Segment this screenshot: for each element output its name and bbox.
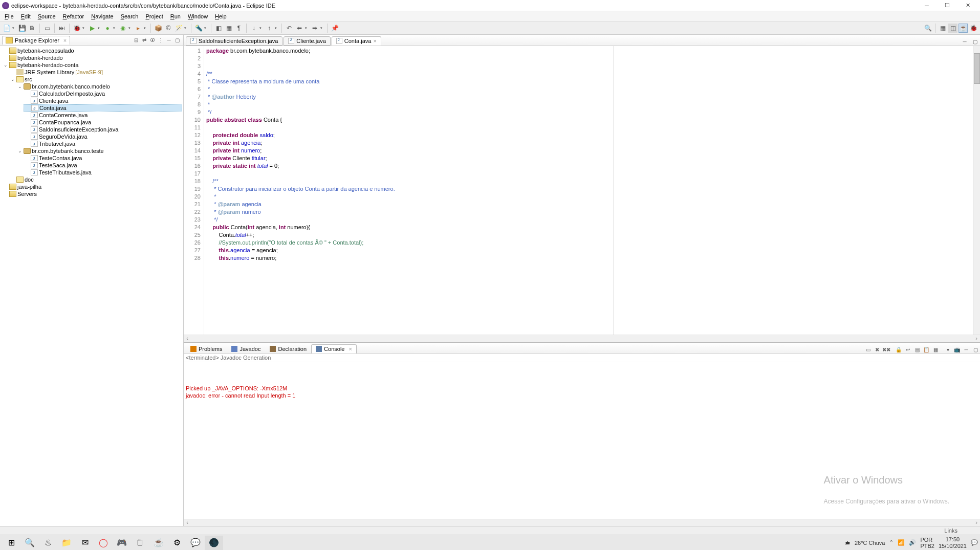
menu-file[interactable]: File [1, 12, 17, 20]
lib-jre-system-library[interactable]: JRE System Library [JavaSE-9] [9, 69, 182, 76]
tray-chevron-icon[interactable]: ⌃ [889, 539, 894, 546]
proj-bytebank-herdado[interactable]: bytebank-herdado [2, 54, 182, 61]
console-display-button[interactable]: ▦ [931, 345, 940, 354]
code-line[interactable]: * @param numero [206, 208, 978, 216]
code-line[interactable] [206, 62, 978, 70]
editor-minimize-button[interactable]: ─ [961, 37, 969, 46]
folder-doc[interactable]: doc [9, 176, 182, 183]
prev-ann-button[interactable]: ↑ [265, 24, 274, 33]
menu-project[interactable]: Project [142, 12, 167, 20]
whatsapp-icon[interactable]: 💬 [186, 536, 205, 550]
menu-source[interactable]: Source [34, 12, 59, 20]
minimize-view-button[interactable]: ─ [165, 36, 173, 45]
file-calculadordeimposto-java[interactable]: CalculadorDeImposto.java [24, 90, 182, 97]
code-line[interactable]: /** [206, 178, 978, 185]
code-line[interactable]: * Construtor para inicializar o objeto C… [206, 185, 978, 193]
proj-java-pilha[interactable]: java-pilha [2, 183, 182, 190]
code-line[interactable] [206, 124, 978, 131]
last-edit-button[interactable]: ↶ [285, 24, 294, 33]
code-line[interactable]: */ [206, 216, 978, 224]
mail-icon[interactable]: ✉ [76, 536, 94, 550]
menu-navigate[interactable]: Navigate [88, 12, 117, 20]
maximize-button[interactable]: ☐ [937, 0, 957, 11]
next-ann-button[interactable]: ↓ [249, 24, 258, 33]
code-line[interactable]: private int numero; [206, 147, 978, 155]
quick-access-button[interactable]: 🔍 [923, 24, 932, 33]
sound-icon[interactable]: 🔊 [909, 539, 916, 546]
wand-button[interactable]: 🪄 [174, 24, 183, 33]
code-line[interactable]: Conta.total++; [206, 231, 978, 239]
search-icon[interactable]: 🔍 [20, 536, 39, 550]
editor-tab-cliente-java[interactable]: Cliente.java [284, 36, 330, 46]
collapse-all-button[interactable]: ⊟ [132, 36, 140, 45]
eclipse-taskbar-icon[interactable]: 🌑 [205, 536, 223, 550]
code-line[interactable]: * Classe representa a moldura de uma con… [206, 78, 978, 85]
code-view[interactable]: 1234567891011121314151617181920212223242… [184, 46, 980, 335]
file-segurodevida-java[interactable]: SeguroDeVida.java [24, 133, 182, 140]
file-cliente-java[interactable]: Cliente.java [24, 97, 182, 104]
toggle-button[interactable]: ▭ [42, 24, 52, 33]
bottom-tab-console[interactable]: Console× [311, 344, 357, 354]
file-testesaca-java[interactable]: TesteSaca.java [24, 162, 182, 169]
menu-run[interactable]: Run [167, 12, 184, 20]
code-line[interactable]: /** [206, 70, 978, 78]
start-button[interactable]: ⊞ [2, 536, 20, 550]
console-pin-button[interactable]: ▭ [864, 345, 872, 354]
file-tributavel-java[interactable]: Tributavel.java [24, 140, 182, 147]
console-body[interactable]: Picked up _JAVA_OPTIONS: -Xmx512Mjavadoc… [184, 362, 980, 519]
folder-src[interactable]: ⌄src [9, 76, 182, 83]
discord-icon[interactable]: 🎮 [113, 536, 131, 550]
code-line[interactable]: private Cliente titular; [206, 155, 978, 162]
coverage-button[interactable]: ◉ [118, 24, 127, 33]
file-contacorrente-java[interactable]: ContaCorrente.java [24, 112, 182, 119]
focus-button[interactable]: ⦿ [148, 36, 157, 45]
system-tray[interactable]: 🌧 26°C Chuva ⌃ 📶 🔊 POR PTB2 17:50 15/10/… [845, 536, 978, 549]
minimize-button[interactable]: ─ [917, 0, 937, 11]
twisty-icon[interactable]: ⌄ [17, 147, 23, 155]
new-class-button[interactable]: © [164, 24, 173, 33]
perspective-java[interactable]: ☕ [959, 24, 968, 33]
code-area[interactable]: package br.com.bytebank.banco.modelo; /*… [204, 46, 980, 335]
settings-icon[interactable]: ⚙ [168, 536, 186, 550]
editor-maximize-button[interactable]: ▢ [971, 37, 979, 46]
console-open-button[interactable]: 📋 [922, 345, 930, 354]
console-min-button[interactable]: ─ [962, 345, 970, 354]
console-select-button[interactable]: 📺 [953, 345, 961, 354]
debug-button[interactable]: 🐞 [72, 24, 81, 33]
show-ws-button[interactable]: ¶ [234, 24, 244, 33]
console-max-button[interactable]: ▢ [971, 345, 979, 354]
code-line[interactable]: private int agencia; [206, 139, 978, 147]
editor-tab-conta-java[interactable]: Conta.java× [332, 36, 381, 46]
close-icon[interactable]: × [373, 38, 376, 44]
view-menu-button[interactable]: ⋮ [157, 36, 165, 45]
file-contapoupanca-java[interactable]: ContaPoupanca.java [24, 119, 182, 126]
twisty-icon[interactable]: ⌄ [3, 61, 8, 69]
code-line[interactable]: //System.out.println("O total de contas … [206, 239, 978, 247]
proj-bytebank-herdado-conta[interactable]: ⌄bytebank-herdado-conta [2, 61, 182, 69]
editor-vscroll[interactable] [973, 46, 980, 335]
code-line[interactable]: * [206, 101, 978, 108]
forward-button[interactable]: ➡ [310, 24, 319, 33]
new-pkg-button[interactable]: 📦 [154, 24, 163, 33]
search-button[interactable]: 🔦 [194, 24, 203, 33]
run-button[interactable]: ● [103, 24, 112, 33]
editor-hscroll[interactable]: ‹› [184, 335, 980, 342]
console-hscroll[interactable]: ‹› [184, 519, 980, 526]
close-button[interactable]: ✕ [957, 0, 978, 11]
console-scroll-lock-button[interactable]: 🔒 [895, 345, 903, 354]
code-line[interactable]: public Conta(int agencia, int numero){ [206, 224, 978, 231]
notes-icon[interactable]: 🗒 [131, 536, 149, 550]
code-line[interactable]: this.numero = numero; [206, 254, 978, 262]
code-line[interactable]: protected double saldo; [206, 131, 978, 139]
package-tree[interactable]: bytebank-encapsuladobytebank-herdado⌄byt… [0, 46, 183, 526]
code-line[interactable] [206, 55, 978, 62]
status-links[interactable]: Links [944, 527, 957, 534]
wifi-icon[interactable]: 📶 [898, 539, 905, 546]
open-perspective-button[interactable]: ▦ [938, 24, 947, 33]
steam-icon[interactable]: ♨ [39, 536, 57, 550]
close-icon[interactable]: × [63, 37, 67, 43]
bottom-tab-declaration[interactable]: Declaration [265, 344, 311, 354]
code-line[interactable]: public abstract class Conta { [206, 116, 978, 124]
file-saldoinsuficienteexception-java[interactable]: SaldoInsuficienteException.java [24, 126, 182, 133]
code-line[interactable]: */ [206, 108, 978, 116]
